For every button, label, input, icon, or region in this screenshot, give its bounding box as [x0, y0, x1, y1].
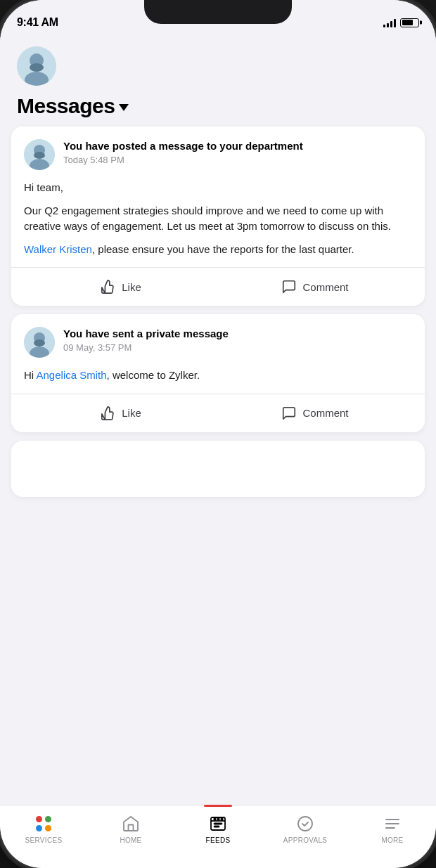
- services-icon: [34, 814, 53, 834]
- card-1-body-2: Our Q2 engagement strategies should impr…: [24, 203, 412, 235]
- like-icon: [101, 279, 116, 294]
- signal-bar-4: [394, 19, 396, 27]
- card-2-like-label: Like: [122, 407, 141, 419]
- card-1-body-3: Walker Kristen, please ensure you have t…: [24, 242, 412, 258]
- comment-icon-2: [281, 406, 297, 421]
- card-2-mention[interactable]: Angelica Smith: [37, 369, 107, 381]
- card-1-timestamp: Today 5:48 PM: [63, 155, 412, 165]
- message-card-1: You have posted a message to your depart…: [11, 127, 425, 306]
- card-1-body-1: Hi team,: [24, 180, 412, 196]
- card-2-body-1-suffix: , welcome to Zylker.: [107, 369, 200, 381]
- comment-icon: [281, 279, 297, 294]
- card-1-body-3-suffix: , please ensure you have the reports for…: [92, 243, 354, 255]
- card-2-comment-button[interactable]: Comment: [218, 399, 412, 428]
- svg-rect-18: [221, 818, 223, 820]
- card-1-like-button[interactable]: Like: [24, 272, 218, 302]
- card-1-title: You have posted a message to your depart…: [63, 139, 412, 153]
- card-2-header: You have sent a private message 09 May, …: [24, 327, 412, 358]
- message-card-2: You have sent a private message 09 May, …: [11, 314, 425, 432]
- screen: 9:41 AM: [0, 0, 436, 868]
- card-1-comment-label: Comment: [302, 281, 348, 293]
- card-1-actions: Like Comment: [24, 268, 412, 306]
- home-icon: [121, 814, 141, 834]
- nav-item-more[interactable]: MORE: [349, 811, 436, 844]
- status-icons: [383, 18, 419, 27]
- svg-rect-15: [214, 826, 219, 827]
- nav-label-approvals: APPROVALS: [283, 836, 328, 844]
- more-icon: [383, 814, 402, 834]
- battery-icon: [400, 18, 419, 27]
- signal-bar-1: [383, 25, 385, 27]
- card-2-body-1-prefix: Hi: [24, 369, 37, 381]
- like-icon-2: [101, 406, 116, 421]
- card-2-body: Hi Angelica Smith, welcome to Zylker.: [24, 368, 412, 384]
- card-1-comment-button[interactable]: Comment: [218, 272, 412, 302]
- card-2-title: You have sent a private message: [63, 327, 412, 341]
- nav-label-feeds: FEEDS: [206, 836, 231, 844]
- card-1-avatar: [24, 139, 55, 170]
- nav-item-home[interactable]: HOME: [87, 811, 174, 844]
- card-2-comment-label: Comment: [302, 407, 348, 419]
- signal-bars-icon: [383, 18, 396, 27]
- dot-red: [36, 816, 42, 822]
- svg-point-11: [34, 339, 45, 346]
- nav-label-services: SERVICES: [25, 836, 63, 844]
- dropdown-arrow-icon[interactable]: [119, 104, 129, 111]
- feeds-icon: [208, 814, 228, 834]
- notch: [144, 0, 292, 24]
- signal-bar-3: [390, 21, 392, 27]
- approvals-icon: [295, 814, 315, 834]
- dot-blue: [36, 825, 42, 831]
- header: Messages: [0, 35, 436, 127]
- card-2-actions: Like Comment: [24, 394, 412, 432]
- card-1-mention[interactable]: Walker Kristen: [24, 243, 92, 255]
- nav-item-feeds[interactable]: FEEDS: [174, 811, 262, 844]
- card-1-body: Hi team, Our Q2 engagement strategies sh…: [24, 180, 412, 257]
- page-title: Messages: [17, 94, 115, 118]
- svg-rect-14: [214, 823, 222, 824]
- svg-point-19: [298, 817, 312, 831]
- bottom-navigation: SERVICES HOME: [0, 805, 436, 868]
- message-card-3: [11, 441, 425, 497]
- card-1-header: You have posted a message to your depart…: [24, 139, 412, 170]
- dot-orange: [45, 825, 51, 831]
- card-2-meta: You have sent a private message 09 May, …: [63, 327, 412, 353]
- svg-rect-17: [217, 818, 219, 820]
- phone-frame: 9:41 AM: [0, 0, 436, 868]
- signal-bar-2: [387, 23, 389, 27]
- card-2-avatar: [24, 327, 55, 358]
- nav-item-approvals[interactable]: APPROVALS: [262, 811, 349, 844]
- card-1-like-label: Like: [122, 281, 141, 293]
- user-avatar[interactable]: [17, 46, 56, 86]
- svg-rect-16: [214, 818, 216, 820]
- dot-green: [45, 816, 51, 822]
- content-area: Messages: [0, 35, 436, 805]
- feeds-active-indicator: [204, 805, 232, 807]
- cards-container: You have posted a message to your depart…: [0, 127, 436, 497]
- nav-label-home: HOME: [120, 836, 141, 844]
- battery-fill: [402, 20, 413, 25]
- card-2-body-1: Hi Angelica Smith, welcome to Zylker.: [24, 368, 412, 384]
- svg-point-3: [30, 63, 44, 72]
- card-2-timestamp: 09 May, 3:57 PM: [63, 342, 412, 353]
- svg-point-7: [34, 152, 45, 159]
- card-2-like-button[interactable]: Like: [24, 399, 218, 428]
- page-title-row[interactable]: Messages: [17, 94, 419, 118]
- status-time: 9:41 AM: [17, 16, 58, 29]
- services-dots-icon: [36, 816, 51, 831]
- nav-label-more: MORE: [381, 836, 403, 844]
- card-1-meta: You have posted a message to your depart…: [63, 139, 412, 165]
- nav-item-services[interactable]: SERVICES: [0, 811, 87, 844]
